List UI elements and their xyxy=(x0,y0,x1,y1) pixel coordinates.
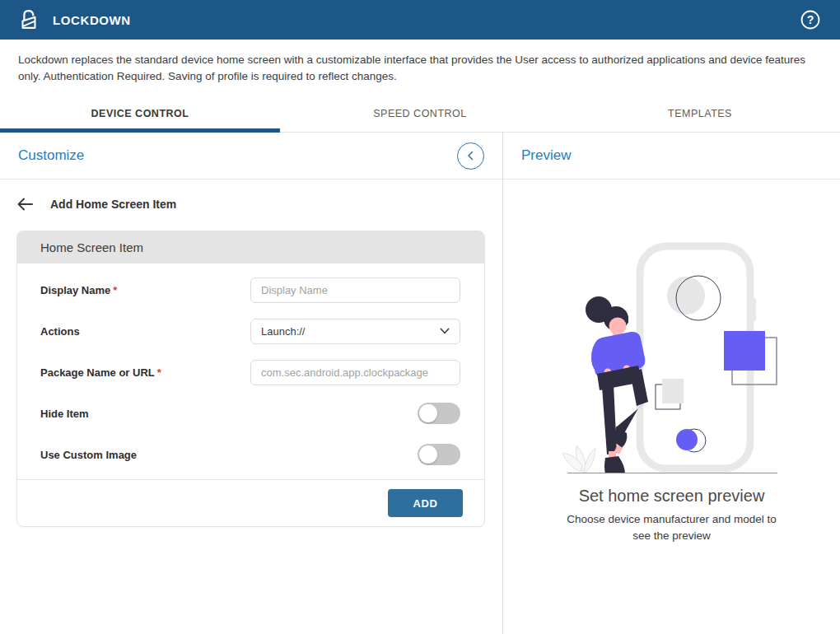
actions-row: Actions Launch:// xyxy=(40,319,460,343)
display-name-input[interactable] xyxy=(250,277,460,303)
app-brand: LOCKDOWN xyxy=(16,6,131,34)
active-tab-indicator xyxy=(0,128,280,133)
display-name-control xyxy=(250,277,460,303)
package-name-control xyxy=(250,360,460,385)
preview-panel: Preview xyxy=(503,133,840,634)
gray-square xyxy=(662,379,684,403)
required-marker: * xyxy=(113,284,117,296)
customize-panel-header: Customize xyxy=(0,133,502,179)
display-name-label: Display Name* xyxy=(40,284,250,296)
use-custom-image-control xyxy=(250,444,460,465)
collapse-panel-button[interactable] xyxy=(457,142,484,170)
package-name-input[interactable] xyxy=(250,360,460,385)
use-custom-image-toggle[interactable] xyxy=(418,444,460,465)
top-bar: LOCKDOWN ? xyxy=(0,0,840,40)
actions-control: Launch:// xyxy=(250,319,460,344)
lockdown-app: LOCKDOWN ? Lockdown replaces the standar… xyxy=(0,0,840,634)
card-section-title: Home Screen Item xyxy=(17,231,484,263)
svg-text:?: ? xyxy=(807,13,814,26)
hide-item-label: Hide Item xyxy=(40,408,250,420)
tab-templates-label: TEMPLATES xyxy=(668,108,732,119)
back-row: Add Home Screen Item xyxy=(0,179,502,224)
card-body: Display Name* Actions Launch:// xyxy=(17,263,484,479)
tab-device-control[interactable]: DEVICE CONTROL xyxy=(0,95,280,132)
gray-circle xyxy=(667,277,705,315)
card-footer: ADD xyxy=(17,479,484,526)
toggle-knob xyxy=(419,404,437,422)
customize-title: Customize xyxy=(18,147,84,164)
content-panels: Customize Add Home Screen Item Home Scre… xyxy=(0,133,840,634)
hide-item-row: Hide Item xyxy=(40,401,460,426)
required-marker: * xyxy=(157,366,161,379)
back-button[interactable] xyxy=(15,195,35,213)
purple-square xyxy=(724,331,765,371)
display-name-row: Display Name* xyxy=(40,277,460,302)
label-text: Display Name xyxy=(40,284,110,296)
purple-circle xyxy=(676,429,698,450)
preview-panel-header: Preview xyxy=(503,133,840,179)
label-text: Package Name or URL xyxy=(40,366,155,379)
actions-selected-value: Launch:// xyxy=(261,325,306,338)
preview-illustration xyxy=(553,240,791,479)
leaf-decoration xyxy=(562,445,595,473)
tab-indicator xyxy=(560,128,840,133)
preview-subtext: Choose device manufacturer and model to … xyxy=(560,511,784,543)
back-arrow-icon xyxy=(15,195,35,213)
customize-panel: Customize Add Home Screen Item Home Scre… xyxy=(0,133,503,634)
unlock-icon xyxy=(16,6,41,34)
actions-select[interactable]: Launch:// xyxy=(250,319,460,344)
feature-description: Lockdown replaces the standard device ho… xyxy=(0,40,840,95)
page-title: Add Home Screen Item xyxy=(50,198,176,211)
tab-bar: DEVICE CONTROL SPEED CONTROL TEMPLATES xyxy=(0,95,840,133)
app-title: LOCKDOWN xyxy=(53,13,131,27)
use-custom-image-label: Use Custom Image xyxy=(40,449,250,461)
package-name-row: Package Name or URL* xyxy=(40,360,460,385)
tab-indicator xyxy=(280,128,560,133)
package-name-label: Package Name or URL* xyxy=(40,366,250,379)
chevron-left-icon xyxy=(464,148,478,163)
preview-heading: Set home screen preview xyxy=(579,487,765,506)
preview-title: Preview xyxy=(521,147,571,164)
tab-speed-control[interactable]: SPEED CONTROL xyxy=(280,95,560,132)
add-button[interactable]: ADD xyxy=(388,489,463,517)
chevron-down-icon xyxy=(438,324,451,338)
hide-item-toggle[interactable] xyxy=(418,403,460,424)
help-button[interactable]: ? xyxy=(797,7,824,33)
toggle-knob xyxy=(419,445,437,464)
tab-speed-control-label: SPEED CONTROL xyxy=(373,108,466,119)
home-screen-item-card: Home Screen Item Display Name* Actions xyxy=(16,231,485,527)
preview-body: Set home screen preview Choose device ma… xyxy=(503,179,840,634)
use-custom-image-row: Use Custom Image xyxy=(40,442,460,467)
hide-item-control xyxy=(250,403,460,424)
help-circle-icon: ? xyxy=(797,7,824,33)
actions-label: Actions xyxy=(40,325,250,338)
tab-templates[interactable]: TEMPLATES xyxy=(560,95,840,132)
tab-device-control-label: DEVICE CONTROL xyxy=(91,108,189,119)
